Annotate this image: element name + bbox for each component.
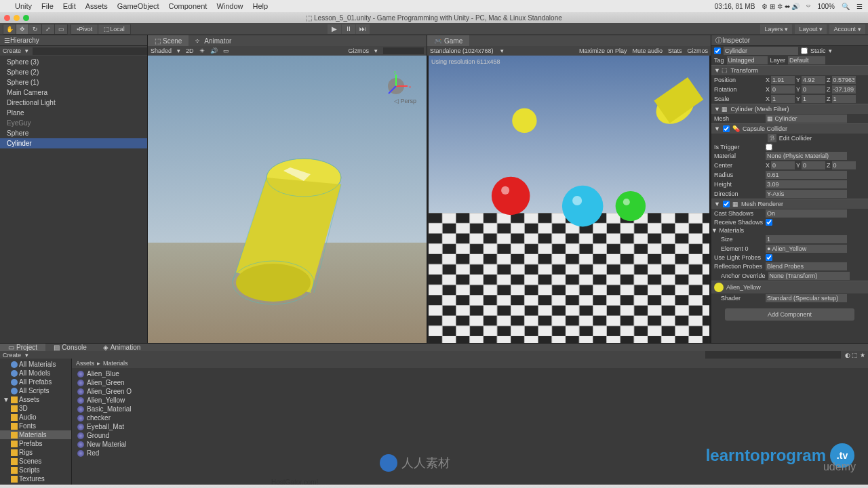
hierarchy-search[interactable]: [33, 47, 147, 55]
project-folder[interactable]: Rigs: [0, 448, 71, 457]
step-button[interactable]: ⏭: [356, 24, 370, 34]
search-icon[interactable]: 🔍: [842, 3, 850, 10]
object-enabled-checkbox[interactable]: [714, 47, 721, 54]
render-mode-dropdown[interactable]: Shaded: [151, 47, 172, 54]
close-window-button[interactable]: [4, 15, 10, 21]
pos-y[interactable]: [802, 76, 825, 84]
menu-assets[interactable]: Assets: [85, 2, 108, 10]
favorite-filter[interactable]: All Models: [0, 369, 71, 378]
tab-scene[interactable]: ⬚ Scene: [148, 35, 189, 46]
anchor-override-field[interactable]: None (Transform): [768, 272, 850, 280]
tab-console[interactable]: ▤ Console: [45, 344, 95, 351]
hierarchy-item[interactable]: EyeGuy: [0, 118, 147, 128]
static-checkbox[interactable]: [801, 47, 808, 54]
move-tool[interactable]: ✥: [16, 24, 28, 34]
light-probes-checkbox[interactable]: [766, 254, 772, 261]
receive-shadows-checkbox[interactable]: [766, 219, 772, 226]
direction-dropdown[interactable]: Y-Axis: [766, 190, 847, 198]
scale-z[interactable]: [832, 95, 856, 103]
menu-unity[interactable]: Unity: [15, 2, 32, 10]
wifi-icon[interactable]: ⌔: [806, 3, 810, 10]
gizmos-dropdown[interactable]: Gizmos: [348, 47, 369, 54]
hierarchy-item[interactable]: Directional Light: [0, 98, 147, 108]
menu-icon[interactable]: ☰: [856, 3, 863, 10]
mesh-renderer-header[interactable]: ▼ ▦ Mesh Renderer: [711, 199, 868, 209]
edit-collider-button[interactable]: ℬ: [768, 134, 776, 142]
project-folder[interactable]: Scenes: [0, 457, 71, 466]
materials-foldout[interactable]: ▼ Materials: [711, 227, 760, 234]
height-input[interactable]: [766, 180, 847, 188]
menu-help[interactable]: Help: [253, 2, 269, 10]
material-asset[interactable]: Basic_Material: [72, 405, 868, 413]
material-asset[interactable]: Alien_Blue: [72, 369, 868, 378]
reflection-probes-dropdown[interactable]: Blend Probes: [766, 262, 847, 270]
menu-window[interactable]: Window: [216, 2, 243, 10]
tab-animation[interactable]: ◈ Animation: [95, 344, 149, 351]
center-y[interactable]: [802, 161, 825, 169]
scale-x[interactable]: [771, 95, 795, 103]
radius-input[interactable]: [766, 171, 847, 179]
favorite-filter[interactable]: All Scripts: [0, 386, 71, 395]
object-name-input[interactable]: [724, 47, 798, 55]
project-folder[interactable]: Audio: [0, 413, 71, 422]
layer-dropdown[interactable]: Default: [788, 56, 825, 64]
menu-file[interactable]: File: [41, 2, 54, 10]
layers-dropdown[interactable]: Layers ▾: [760, 24, 792, 34]
2d-toggle[interactable]: 2D: [186, 47, 194, 54]
mesh-field[interactable]: ▦ Cylinder: [766, 115, 847, 123]
project-folder[interactable]: Textures: [0, 474, 71, 483]
stats-toggle[interactable]: Stats: [668, 47, 682, 54]
hierarchy-create-button[interactable]: Create: [3, 47, 21, 54]
is-trigger-checkbox[interactable]: [766, 144, 772, 150]
rotate-tool[interactable]: ↻: [29, 24, 41, 34]
mute-toggle[interactable]: Mute audio: [632, 47, 663, 54]
material-asset[interactable]: Alien_Yellow: [72, 396, 868, 405]
favorite-filter[interactable]: All Prefabs: [0, 378, 71, 386]
tag-dropdown[interactable]: Untagged: [727, 56, 768, 64]
project-folder[interactable]: Prefabs: [0, 439, 71, 448]
rot-x[interactable]: [771, 85, 795, 94]
physic-material-field[interactable]: None (Physic Material): [766, 152, 847, 160]
capsule-collider-header[interactable]: ▼ 💊 Capsule Collider: [711, 123, 868, 134]
game-gizmos-dropdown[interactable]: Gizmos: [687, 47, 708, 54]
cast-shadows-dropdown[interactable]: On: [766, 209, 847, 218]
project-folder[interactable]: Fonts: [0, 422, 71, 430]
minimize-window-button[interactable]: [14, 15, 20, 21]
rot-z[interactable]: [832, 85, 856, 94]
shader-dropdown[interactable]: Standard (Specular setup): [766, 294, 847, 302]
menu-component[interactable]: Component: [169, 2, 208, 10]
project-folder[interactable]: Scripts: [0, 466, 71, 474]
local-toggle[interactable]: ⬚ Local: [98, 24, 130, 34]
add-component-button[interactable]: Add Component: [725, 308, 854, 321]
hierarchy-item[interactable]: Sphere (1): [0, 77, 147, 87]
filter-icons[interactable]: ◐ ⬚ ★: [845, 352, 865, 359]
scene-search[interactable]: [383, 47, 424, 54]
rect-tool[interactable]: ▭: [55, 24, 67, 34]
play-button[interactable]: ▶: [328, 24, 341, 34]
material-asset[interactable]: Alien_Green: [72, 378, 868, 387]
tab-animator[interactable]: ᯤ Animator: [189, 35, 238, 46]
material-preview-header[interactable]: Alien_Yellow: [711, 281, 868, 293]
pos-z[interactable]: [832, 76, 856, 84]
pause-button[interactable]: ⏸: [342, 24, 355, 34]
rot-y[interactable]: [802, 85, 825, 94]
scale-tool[interactable]: ⤢: [42, 24, 54, 34]
account-dropdown[interactable]: Account ▾: [829, 24, 865, 34]
pivot-toggle[interactable]: ▪ Pivot: [71, 24, 98, 34]
hierarchy-item[interactable]: Plane: [0, 108, 147, 118]
hierarchy-item[interactable]: Main Camera: [0, 87, 147, 98]
hierarchy-item[interactable]: Sphere (3): [0, 57, 147, 67]
taskbar-item[interactable]: HostGator.com!: [271, 479, 318, 486]
center-x[interactable]: [771, 161, 795, 169]
project-create-button[interactable]: Create: [3, 352, 21, 359]
materials-size[interactable]: [766, 235, 847, 243]
material-asset[interactable]: Eyeball_Mat: [72, 422, 868, 431]
hierarchy-item[interactable]: Sphere (2): [0, 67, 147, 77]
tab-project[interactable]: ▭ Project: [0, 344, 45, 351]
menu-edit[interactable]: Edit: [63, 2, 76, 10]
scene-viewport[interactable]: xy ◁ Persp: [148, 56, 427, 343]
maximize-window-button[interactable]: [23, 15, 29, 21]
material-asset[interactable]: checker: [72, 413, 868, 422]
transform-header[interactable]: ▼ ⬚ Transform: [711, 65, 868, 75]
material-asset[interactable]: Ground: [72, 431, 868, 440]
